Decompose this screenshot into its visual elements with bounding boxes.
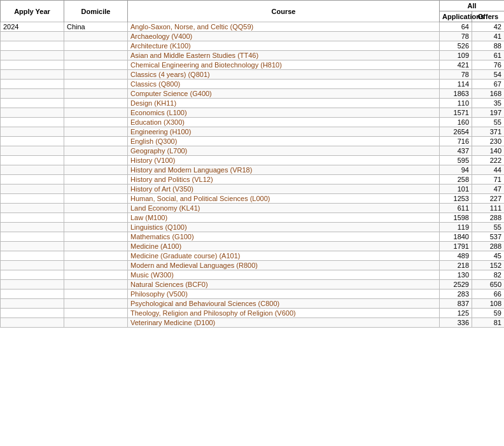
cell-apply-year bbox=[1, 309, 64, 318]
cell-offers: 111 bbox=[472, 204, 505, 213]
cell-offers: 59 bbox=[472, 309, 505, 318]
cell-apply-year bbox=[1, 242, 64, 251]
cell-applications: 1791 bbox=[440, 242, 472, 251]
cell-domicile bbox=[64, 242, 128, 251]
header-row-top: Apply Year Domicile Course All bbox=[1, 1, 505, 11]
header-apply-year: Apply Year bbox=[1, 1, 64, 22]
cell-applications: 595 bbox=[440, 156, 472, 165]
cell-applications: 1863 bbox=[440, 89, 472, 99]
cell-course: Mathematics (G100) bbox=[128, 232, 440, 242]
cell-course: History of Art (V350) bbox=[128, 185, 440, 194]
cell-apply-year bbox=[1, 318, 64, 328]
cell-offers: 230 bbox=[472, 137, 505, 146]
cell-applications: 78 bbox=[440, 70, 472, 80]
cell-course: Design (KH11) bbox=[128, 99, 440, 108]
cell-course: Medicine (A100) bbox=[128, 242, 440, 251]
cell-applications: 837 bbox=[440, 299, 472, 309]
cell-offers: 76 bbox=[472, 60, 505, 70]
cell-applications: 114 bbox=[440, 80, 472, 89]
cell-domicile bbox=[64, 156, 128, 165]
table-row: Asian and Middle Eastern Studies (TT46)1… bbox=[1, 51, 505, 60]
cell-offers: 222 bbox=[472, 156, 505, 165]
cell-apply-year bbox=[1, 232, 64, 242]
cell-applications: 258 bbox=[440, 175, 472, 185]
cell-applications: 489 bbox=[440, 251, 472, 261]
table-row: History and Modern Languages (VR18)9444 bbox=[1, 165, 505, 175]
data-table-wrapper: Apply Year Domicile Course All Applicati… bbox=[0, 0, 504, 328]
cell-domicile bbox=[64, 232, 128, 242]
cell-apply-year bbox=[1, 194, 64, 204]
cell-offers: 54 bbox=[472, 70, 505, 80]
cell-offers: 81 bbox=[472, 318, 505, 328]
cell-apply-year bbox=[1, 156, 64, 165]
table-row: Music (W300)13082 bbox=[1, 270, 505, 280]
table-row: History and Politics (VL12)25871 bbox=[1, 175, 505, 185]
cell-apply-year bbox=[1, 41, 64, 51]
table-row: Computer Science (G400)1863168 bbox=[1, 89, 505, 99]
table-row: Law (M100)1598288 bbox=[1, 213, 505, 223]
table-row: Natural Sciences (BCF0)2529650 bbox=[1, 280, 505, 289]
cell-course: Law (M100) bbox=[128, 213, 440, 223]
cell-applications: 437 bbox=[440, 146, 472, 156]
table-body: 2024ChinaAnglo-Saxon, Norse, and Celtic … bbox=[1, 22, 505, 328]
cell-course: Modern and Medieval Languages (R800) bbox=[128, 261, 440, 270]
cell-applications: 1253 bbox=[440, 194, 472, 204]
cell-apply-year bbox=[1, 280, 64, 289]
cell-course: Land Economy (KL41) bbox=[128, 204, 440, 213]
cell-applications: 716 bbox=[440, 137, 472, 146]
data-table: Apply Year Domicile Course All Applicati… bbox=[0, 0, 504, 328]
cell-domicile bbox=[64, 32, 128, 41]
cell-applications: 2654 bbox=[440, 127, 472, 137]
cell-applications: 218 bbox=[440, 261, 472, 270]
cell-domicile bbox=[64, 60, 128, 70]
cell-course: Anglo-Saxon, Norse, and Celtic (QQ59) bbox=[128, 22, 440, 32]
cell-apply-year bbox=[1, 60, 64, 70]
cell-applications: 1571 bbox=[440, 108, 472, 118]
cell-domicile bbox=[64, 194, 128, 204]
cell-applications: 611 bbox=[440, 204, 472, 213]
table-row: Linguistics (Q100)11955 bbox=[1, 223, 505, 232]
cell-offers: 197 bbox=[472, 108, 505, 118]
cell-domicile bbox=[64, 280, 128, 289]
header-all: All bbox=[440, 1, 505, 11]
cell-domicile bbox=[64, 299, 128, 309]
cell-domicile: China bbox=[64, 22, 128, 32]
cell-apply-year bbox=[1, 223, 64, 232]
cell-domicile bbox=[64, 204, 128, 213]
cell-domicile bbox=[64, 175, 128, 185]
cell-domicile bbox=[64, 70, 128, 80]
cell-course: History (V100) bbox=[128, 156, 440, 165]
cell-domicile bbox=[64, 41, 128, 51]
cell-domicile bbox=[64, 137, 128, 146]
cell-applications: 421 bbox=[440, 60, 472, 70]
cell-domicile bbox=[64, 270, 128, 280]
cell-offers: 650 bbox=[472, 280, 505, 289]
cell-applications: 2529 bbox=[440, 280, 472, 289]
table-row: Architecture (K100)52688 bbox=[1, 41, 505, 51]
cell-applications: 94 bbox=[440, 165, 472, 175]
cell-offers: 44 bbox=[472, 165, 505, 175]
cell-offers: 55 bbox=[472, 118, 505, 127]
cell-apply-year bbox=[1, 80, 64, 89]
cell-applications: 125 bbox=[440, 309, 472, 318]
cell-offers: 41 bbox=[472, 32, 505, 41]
table-row: Design (KH11)11035 bbox=[1, 99, 505, 108]
cell-course: Architecture (K100) bbox=[128, 41, 440, 51]
cell-domicile bbox=[64, 146, 128, 156]
cell-domicile bbox=[64, 80, 128, 89]
cell-domicile bbox=[64, 289, 128, 299]
cell-apply-year bbox=[1, 118, 64, 127]
cell-offers: 152 bbox=[472, 261, 505, 270]
cell-offers: 66 bbox=[472, 289, 505, 299]
cell-domicile bbox=[64, 165, 128, 175]
cell-apply-year bbox=[1, 127, 64, 137]
cell-course: Asian and Middle Eastern Studies (TT46) bbox=[128, 51, 440, 60]
cell-course: Engineering (H100) bbox=[128, 127, 440, 137]
cell-course: Theology, Religion and Philosophy of Rel… bbox=[128, 309, 440, 318]
cell-course: English (Q300) bbox=[128, 137, 440, 146]
cell-offers: 288 bbox=[472, 213, 505, 223]
table-row: Psychological and Behavioural Sciences (… bbox=[1, 299, 505, 309]
cell-applications: 336 bbox=[440, 318, 472, 328]
cell-apply-year bbox=[1, 299, 64, 309]
table-row: Mathematics (G100)1840537 bbox=[1, 232, 505, 242]
